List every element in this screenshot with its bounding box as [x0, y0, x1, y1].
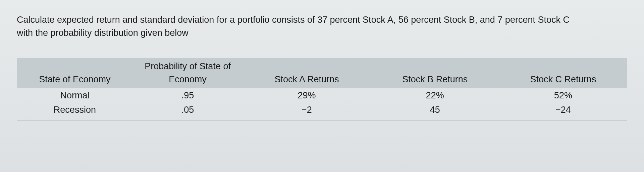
- cell-stock-c: −24: [499, 103, 627, 117]
- cell-probability: .95: [133, 88, 243, 103]
- probability-table: State of Economy Probability of State of…: [17, 58, 627, 117]
- data-table-container: State of Economy Probability of State of…: [17, 58, 627, 121]
- header-probability: Probability of State of Economy: [133, 58, 243, 88]
- table-header-row: State of Economy Probability of State of…: [17, 58, 627, 88]
- table-row: Normal .95 29% 22% 52%: [17, 88, 627, 103]
- header-stock-b: Stock B Returns: [371, 58, 499, 88]
- cell-stock-a: 29%: [243, 88, 371, 103]
- cell-stock-a: −2: [243, 103, 371, 117]
- header-stock-a: Stock A Returns: [243, 58, 371, 88]
- cell-state: Normal: [17, 88, 133, 103]
- table-row: Recession .05 −2 45 −24: [17, 103, 627, 117]
- cell-state: Recession: [17, 103, 133, 117]
- cell-probability: .05: [133, 103, 243, 117]
- cell-stock-b: 45: [371, 103, 499, 117]
- header-stock-c: Stock C Returns: [499, 58, 627, 88]
- question-text: Calculate expected return and standard d…: [17, 13, 570, 39]
- cell-stock-b: 22%: [371, 88, 499, 103]
- cell-stock-c: 52%: [499, 88, 627, 103]
- header-state: State of Economy: [17, 58, 133, 88]
